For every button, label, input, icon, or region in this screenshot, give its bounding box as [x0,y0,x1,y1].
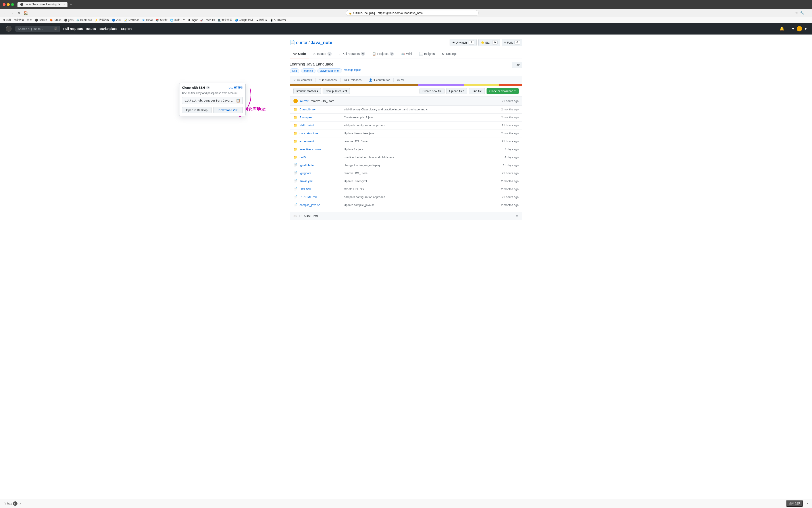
active-tab[interactable]: ⚫ ourfor/Java_note: Learning Ja... × [17,2,68,7]
releases-stat[interactable]: 🏷 0 releases [341,78,365,82]
bookmark-xunlei[interactable]: ⚡ 迅雷远程 [95,18,109,22]
bookmark-daocloud[interactable]: 🐳 DaoCloud [76,18,92,22]
code-icon: <> [293,52,297,55]
bookmark-github[interactable]: ⚫ GitHub [35,18,47,22]
bookmark-aliyun[interactable]: ☁ 阿里云 [256,18,267,22]
tab-pull-requests[interactable]: ⑂ Pull requests 0 [335,50,369,58]
expand-icon[interactable]: ∧ [19,502,22,505]
upload-files-button[interactable]: Upload files [446,88,467,94]
bookmark-vultr[interactable]: 🔵 Vultr [112,18,121,22]
tab-settings[interactable]: ⚙ Settings [438,50,461,58]
home-button[interactable]: 🏠 [23,10,29,15]
file-commit-travis[interactable]: Update .travis.yml [344,179,501,183]
extensions-icon[interactable]: 🔧 [800,11,805,15]
repo-tabs: <> Code ⚠ Issues 0 ⑂ Pull requests 0 📋 P… [290,50,522,58]
new-pull-request-button[interactable]: New pull request [323,88,350,94]
topic-java[interactable]: java [290,68,299,73]
file-commit-experiment[interactable]: remove .DS_Store [344,140,502,143]
file-commit-examples[interactable]: Create example_2.java [344,116,501,119]
find-file-button[interactable]: Find file [469,88,485,94]
bookmark-google-translate[interactable]: 🌏 Google 翻译 [235,18,253,22]
tab-wiki[interactable]: 📖 Wiki [397,50,415,58]
insights-icon: 📊 [419,52,423,55]
back-button[interactable]: ← [2,11,7,15]
bookmark-gitlab[interactable]: 🦊 GitLab [50,18,61,22]
open-in-desktop-button[interactable]: Open in Desktop [182,107,212,113]
topic-dailyprogrammer[interactable]: dailyprogrammer [317,68,342,73]
use-https-link[interactable]: Use HTTPS [228,86,243,89]
plus-dropdown-icon[interactable]: ＋ ▾ [787,26,794,32]
topic-learning[interactable]: learning [301,68,315,73]
nav-explore[interactable]: Explore [121,27,132,31]
file-commit-readme[interactable]: add path configuration approach [344,195,502,199]
close-button[interactable] [3,3,5,6]
nav-marketplace[interactable]: Marketplace [99,27,118,31]
branches-stat[interactable]: ⑂ 2 branches [316,78,341,82]
github-logo[interactable]: ⚫ [5,26,12,32]
file-commit-unit5[interactable]: practice the father class and child clas… [344,156,505,159]
address-input[interactable]: 🔒 GitHub, Inc. [US] | https://github.com… [346,10,479,16]
contributors-stat[interactable]: 👤 1 contributor [365,78,394,82]
branch-selector[interactable]: Branch: master ▾ [293,88,321,94]
bookmark-apkmirror[interactable]: 📱 APKMirror [270,18,286,22]
bookmark-travisci[interactable]: 🚀 Travis CI [200,18,215,22]
clone-help-icon[interactable]: ? [206,86,210,89]
file-commit-compile[interactable]: Update compile_java.sh [344,203,501,207]
search-box[interactable]: Search or jump to... / [15,26,60,32]
bookmark-shuziguojia[interactable]: 💻 数字常国 [217,18,232,22]
tab-projects[interactable]: 📋 Projects 0 [369,50,397,58]
repo-name-link[interactable]: Java_note [311,40,332,45]
tab-close-button[interactable]: × [63,3,65,6]
file-commit-selective-course[interactable]: Update for.java [344,147,505,151]
forward-button[interactable]: → [9,11,14,15]
copy-url-button[interactable]: 📋 [236,98,240,103]
maximize-button[interactable] [11,3,14,6]
minimize-button[interactable] [7,3,10,6]
fork-button[interactable]: ⑂ Fork 0 [502,39,522,46]
reload-button[interactable]: ↻ [16,10,21,15]
bookmark-leetcode[interactable]: 📝 LeetCode [124,18,139,22]
download-zip-button[interactable]: Download ZIP [213,107,243,113]
file-commit-gitattribute[interactable]: change the language display [344,164,503,167]
close-bar-button[interactable]: × [807,502,808,506]
show-all-button[interactable]: 显示全部 [786,500,803,507]
file-doc-icon: 📄 [293,203,298,207]
bookmark-zhihushu[interactable]: 📚 智慧树 [156,18,168,22]
tab-code[interactable]: <> Code [290,50,309,58]
tab-issues[interactable]: ⚠ Issues 0 [309,50,335,58]
file-row-experiment: 📁 experiment remove .DS_Store 21 hours a… [290,137,522,145]
bookmark-apps[interactable]: ⊞ 应用 [3,18,11,22]
file-commit-hello-world[interactable]: add path configuration approach [344,124,502,127]
user-avatar[interactable] [797,26,802,32]
repo-actions: 👁 Unwatch 1 ⭐ Star 0 ⑂ Fork 0 [450,39,522,46]
manage-topics-link[interactable]: Manage topics [344,68,361,73]
new-tab-button[interactable]: + [69,2,73,7]
language-color-bar [290,84,522,86]
edit-button[interactable]: Edit [512,62,522,68]
star-button[interactable]: ⭐ Star 0 [478,39,500,46]
unwatch-button[interactable]: 👁 Unwatch 1 [450,39,477,46]
edit-readme-icon[interactable]: ✏ [516,214,519,218]
bookmark-botonghui[interactable]: 🌐 薄通汪™ [170,18,185,22]
bookmark-gists[interactable]: ⚫ gists [64,18,74,22]
bookmark-gmail[interactable]: 📧 Gmail [142,18,153,22]
nav-issues[interactable]: Issues [86,27,96,31]
repo-owner-link[interactable]: ourfor [296,40,307,45]
license-stat[interactable]: ⚖ MIT [394,78,409,82]
bookmark-imgur[interactable]: 🖼 Imgur [187,18,198,22]
nav-pull-requests[interactable]: Pull requests [63,27,83,31]
file-commit-gitignore[interactable]: remove .DS_Store [344,171,502,175]
commits-stat[interactable]: ↺ 36 commits [293,78,316,82]
commit-author-name[interactable]: ourfor [300,99,308,103]
clone-or-download-button[interactable]: Clone or download ▾ [486,88,519,94]
tab-insights[interactable]: 📊 Insights [416,50,438,58]
file-commit-license[interactable]: Create LICENSE [344,187,501,191]
menu-icon[interactable]: ⋮ [806,11,810,15]
notifications-bell-icon[interactable]: 🔔 [779,26,784,31]
file-commit-data-structure[interactable]: Update binary_tree.java [344,132,501,135]
bookmark-duyunpan[interactable]: 度度网盘 [13,18,24,22]
bookmark-star-icon[interactable]: ☆ [795,11,798,15]
create-new-file-button[interactable]: Create new file [420,88,444,94]
user-menu-chevron-icon[interactable]: ▾ [805,26,807,31]
bookmark-baidu[interactable]: 百度 [27,18,32,22]
